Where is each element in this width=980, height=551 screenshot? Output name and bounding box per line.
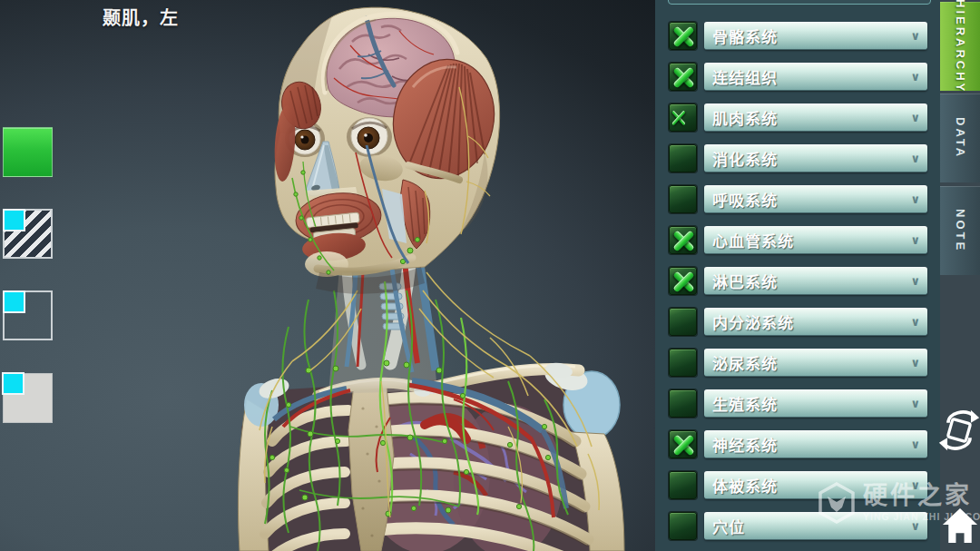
system-row: 泌尿系统∨ bbox=[669, 349, 940, 377]
chevron-down-icon[interactable]: ∨ bbox=[910, 70, 920, 84]
outline-mode-swatch[interactable] bbox=[3, 290, 53, 340]
system-row: 呼吸系统∨ bbox=[669, 185, 940, 213]
system-checkbox[interactable] bbox=[669, 471, 697, 499]
rotate-orbit-icon bbox=[937, 405, 980, 456]
system-row: 内分泌系统∨ bbox=[669, 308, 940, 336]
chevron-down-icon[interactable]: ∨ bbox=[910, 356, 920, 369]
tab-data[interactable]: DATA bbox=[940, 93, 980, 182]
system-item-bar[interactable]: 骨骼系统∨ bbox=[704, 22, 927, 50]
system-checkbox[interactable] bbox=[669, 267, 697, 295]
chevron-down-icon[interactable]: ∨ bbox=[910, 397, 920, 410]
scrolled-item-remnant bbox=[668, 0, 931, 5]
system-row: 消化系统∨ bbox=[669, 144, 940, 172]
selected-color-swatch[interactable] bbox=[3, 127, 53, 177]
side-tab-strip: HIERARCHY DATA NOTE bbox=[940, 0, 980, 551]
chevron-down-icon[interactable]: ∨ bbox=[910, 478, 920, 492]
system-item-bar[interactable]: 泌尿系统∨ bbox=[704, 349, 927, 377]
anatomy-model[interactable] bbox=[0, 0, 655, 551]
system-checkbox[interactable] bbox=[669, 22, 697, 50]
chevron-down-icon[interactable]: ∨ bbox=[910, 192, 920, 206]
rotate-view-button[interactable] bbox=[937, 405, 980, 456]
system-row: 连结组织∨ bbox=[669, 63, 940, 91]
chevron-down-icon[interactable]: ∨ bbox=[910, 274, 920, 288]
check-x-icon bbox=[670, 268, 696, 294]
system-checkbox[interactable] bbox=[669, 430, 697, 458]
system-checkbox[interactable] bbox=[669, 308, 697, 336]
chevron-down-icon[interactable]: ∨ bbox=[910, 519, 920, 533]
system-item-bar[interactable]: 穴位∨ bbox=[704, 512, 927, 540]
tab-hierarchy[interactable]: HIERARCHY bbox=[940, 2, 980, 91]
check-x-icon bbox=[670, 64, 696, 90]
check-x-icon bbox=[668, 106, 689, 129]
chevron-down-icon[interactable]: ∨ bbox=[910, 233, 920, 247]
system-row: 生殖系统∨ bbox=[669, 389, 940, 418]
system-item-bar[interactable]: 心血管系统∨ bbox=[704, 226, 927, 254]
anatomy-viewport[interactable]: 颞肌，左 bbox=[0, 0, 655, 551]
system-checkbox[interactable] bbox=[669, 512, 697, 540]
anatomy-app-window: 颞肌，左 骨骼系统∨ 连结组织∨ 肌肉系统∨ 消化系统∨ bbox=[0, 0, 980, 551]
chevron-down-icon[interactable]: ∨ bbox=[910, 29, 920, 43]
fade-mode-swatch[interactable] bbox=[3, 373, 53, 423]
system-row: 神经系统∨ bbox=[669, 430, 940, 458]
chevron-down-icon[interactable]: ∨ bbox=[910, 111, 920, 124]
system-row: 心血管系统∨ bbox=[669, 226, 940, 254]
system-item-bar[interactable]: 呼吸系统∨ bbox=[704, 185, 927, 213]
system-item-bar[interactable]: 体被系统∨ bbox=[704, 471, 927, 499]
system-item-bar[interactable]: 连结组织∨ bbox=[704, 63, 927, 91]
cyan-selection-chip bbox=[3, 209, 25, 231]
system-item-bar[interactable]: 淋巴系统∨ bbox=[704, 267, 927, 295]
system-checkbox[interactable] bbox=[669, 226, 697, 254]
chevron-down-icon[interactable]: ∨ bbox=[910, 438, 920, 451]
system-checkbox[interactable] bbox=[669, 389, 697, 418]
head-model bbox=[272, 7, 505, 294]
system-checkbox[interactable] bbox=[669, 349, 697, 377]
system-row: 骨骼系统∨ bbox=[669, 22, 940, 50]
hide-mode-swatch[interactable] bbox=[3, 209, 53, 259]
systems-panel: 骨骼系统∨ 连结组织∨ 肌肉系统∨ 消化系统∨ 呼吸系统∨ 心血管系统∨ 淋巴系… bbox=[655, 0, 940, 551]
system-item-bar[interactable]: 生殖系统∨ bbox=[704, 389, 927, 418]
check-x-icon bbox=[670, 227, 696, 253]
home-button[interactable] bbox=[942, 505, 978, 546]
system-checkbox[interactable] bbox=[669, 63, 697, 91]
check-x-icon bbox=[670, 23, 696, 49]
chevron-down-icon[interactable]: ∨ bbox=[910, 315, 920, 329]
system-row: 体被系统∨ bbox=[669, 471, 940, 499]
system-item-bar[interactable]: 内分泌系统∨ bbox=[704, 308, 927, 336]
system-row: 肌肉系统∨ bbox=[669, 103, 940, 132]
system-item-bar[interactable]: 消化系统∨ bbox=[704, 144, 927, 172]
system-item-bar[interactable]: 肌肉系统∨ bbox=[704, 103, 927, 132]
system-checkbox[interactable] bbox=[669, 103, 697, 132]
cyan-selection-chip bbox=[3, 290, 25, 313]
system-checkbox[interactable] bbox=[669, 144, 697, 172]
selected-structure-label: 颞肌，左 bbox=[103, 4, 179, 30]
chevron-down-icon[interactable]: ∨ bbox=[910, 152, 920, 165]
cyan-selection-chip bbox=[2, 372, 24, 395]
system-item-bar[interactable]: 神经系统∨ bbox=[704, 430, 927, 458]
check-x-icon bbox=[670, 431, 696, 458]
system-checkbox[interactable] bbox=[669, 185, 697, 213]
system-row: 穴位∨ bbox=[669, 512, 940, 540]
home-icon bbox=[942, 505, 978, 546]
tab-note[interactable]: NOTE bbox=[940, 186, 980, 275]
system-row: 淋巴系统∨ bbox=[669, 267, 940, 295]
